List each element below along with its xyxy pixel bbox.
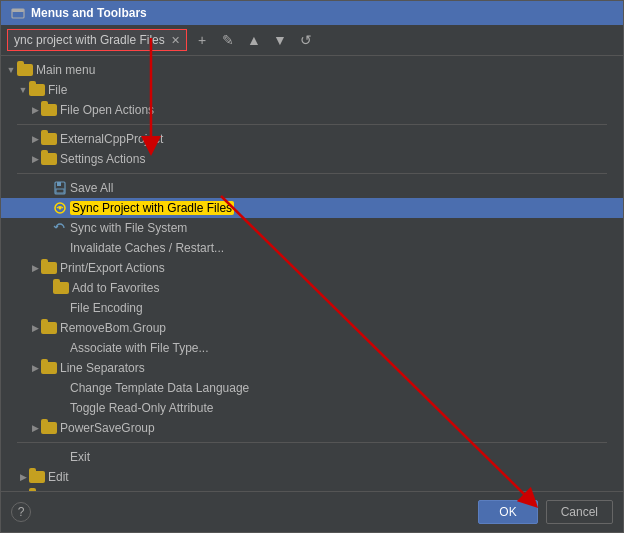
footer: ? OK Cancel: [1, 491, 623, 532]
tree-item-assoc-file-type[interactable]: Associate with File Type...: [1, 338, 623, 358]
folder-icon-file: [29, 84, 45, 96]
label-removebom: RemoveBom.Group: [60, 321, 166, 335]
label-change-template: Change Template Data Language: [70, 381, 249, 395]
svg-rect-4: [56, 189, 64, 193]
tree-item-save-all[interactable]: Save All: [1, 178, 623, 198]
label-invalidate: Invalidate Caches / Restart...: [70, 241, 224, 255]
tree-item-invalidate[interactable]: Invalidate Caches / Restart...: [1, 238, 623, 258]
add-button[interactable]: +: [191, 29, 213, 51]
arrow-line-sep: [29, 363, 41, 373]
tree-item-change-template[interactable]: Change Template Data Language: [1, 378, 623, 398]
folder-icon-powersave: [41, 422, 57, 434]
folder-icon-print-export: [41, 262, 57, 274]
tree-item-settings-actions[interactable]: Settings Actions: [1, 149, 623, 169]
label-edit: Edit: [48, 470, 69, 484]
cancel-button[interactable]: Cancel: [546, 500, 613, 524]
footer-right: OK Cancel: [478, 500, 613, 524]
label-sync-fs: Sync with File System: [70, 221, 187, 235]
folder-icon-file-open: [41, 104, 57, 116]
tree-item-sync-gradle[interactable]: Sync Project with Gradle Files: [1, 198, 623, 218]
folder-icon-removebom: [41, 322, 57, 334]
label-toggle-readonly: Toggle Read-Only Attribute: [70, 401, 213, 415]
separator-3: [1, 438, 623, 447]
tree-item-powersave[interactable]: PowerSaveGroup: [1, 418, 623, 438]
tree-item-exit[interactable]: Exit: [1, 447, 623, 467]
arrow-edit: [17, 472, 29, 482]
tree-item-file-open-actions[interactable]: File Open Actions: [1, 100, 623, 120]
separator-1: [1, 120, 623, 129]
folder-icon-edit: [29, 471, 45, 483]
svg-point-6: [59, 207, 62, 210]
search-box[interactable]: ync project with Gradle Files ✕: [7, 29, 187, 51]
tree-item-print-export[interactable]: Print/Export Actions: [1, 258, 623, 278]
footer-left: ?: [11, 502, 31, 522]
svg-rect-1: [12, 9, 24, 12]
label-file-open-actions: File Open Actions: [60, 103, 154, 117]
tree-item-toggle-readonly[interactable]: Toggle Read-Only Attribute: [1, 398, 623, 418]
label-powersave: PowerSaveGroup: [60, 421, 155, 435]
tree-item-sync-fs[interactable]: Sync with File System: [1, 218, 623, 238]
label-main-menu: Main menu: [36, 63, 95, 77]
tree-item-external-cpp[interactable]: ExternalCppProject: [1, 129, 623, 149]
arrow-print-export: [29, 263, 41, 273]
highlighted-text: Sync Project with Gradle Files: [70, 201, 234, 215]
arrow-powersave: [29, 423, 41, 433]
label-file-encoding: File Encoding: [70, 301, 143, 315]
tree-item-main-menu[interactable]: Main menu: [1, 60, 623, 80]
gradle-icon: [53, 201, 67, 215]
move-down-button[interactable]: ▼: [269, 29, 291, 51]
edit-button[interactable]: ✎: [217, 29, 239, 51]
search-text: ync project with Gradle Files: [14, 33, 167, 47]
arrow-external-cpp: [29, 134, 41, 144]
label-settings-actions: Settings Actions: [60, 152, 145, 166]
tree-item-line-sep[interactable]: Line Separators: [1, 358, 623, 378]
dialog-title: Menus and Toolbars: [31, 6, 147, 20]
move-up-button[interactable]: ▲: [243, 29, 265, 51]
title-bar: Menus and Toolbars: [1, 1, 623, 25]
reset-button[interactable]: ↺: [295, 29, 317, 51]
label-add-favorites: Add to Favorites: [72, 281, 159, 295]
arrow-main-menu: [5, 65, 17, 75]
label-exit: Exit: [70, 450, 90, 464]
arrow-file-open: [29, 105, 41, 115]
label-save-all: Save All: [70, 181, 113, 195]
svg-rect-3: [57, 182, 61, 186]
label-sync-gradle: Sync Project with Gradle Files: [70, 201, 234, 215]
arrow-removebom: [29, 323, 41, 333]
tree-item-add-favorites[interactable]: Add to Favorites: [1, 278, 623, 298]
folder-icon-favorites: [53, 282, 69, 294]
ok-button[interactable]: OK: [478, 500, 537, 524]
folder-icon-external-cpp: [41, 133, 57, 145]
search-clear-icon[interactable]: ✕: [171, 34, 180, 47]
tree-item-file[interactable]: File: [1, 80, 623, 100]
save-icon: [53, 181, 67, 195]
tree-item-edit[interactable]: Edit: [1, 467, 623, 487]
label-external-cpp: ExternalCppProject: [60, 132, 163, 146]
arrow-settings-actions: [29, 154, 41, 164]
folder-icon-settings-actions: [41, 153, 57, 165]
tree-item-removebom[interactable]: RemoveBom.Group: [1, 318, 623, 338]
dialog-icon: [11, 6, 25, 20]
label-print-export: Print/Export Actions: [60, 261, 165, 275]
folder-icon-line-sep: [41, 362, 57, 374]
label-file: File: [48, 83, 67, 97]
tree-content: Main menu File File Open Actions Externa…: [1, 56, 623, 491]
toolbar: ync project with Gradle Files ✕ + ✎ ▲ ▼ …: [1, 25, 623, 56]
arrow-file: [17, 85, 29, 95]
separator-2: [1, 169, 623, 178]
label-line-sep: Line Separators: [60, 361, 145, 375]
sync-icon: [53, 221, 67, 235]
tree-item-file-encoding[interactable]: File Encoding: [1, 298, 623, 318]
menus-and-toolbars-dialog: Menus and Toolbars ync project with Grad…: [0, 0, 624, 533]
help-button[interactable]: ?: [11, 502, 31, 522]
folder-icon-main-menu: [17, 64, 33, 76]
label-assoc-file-type: Associate with File Type...: [70, 341, 209, 355]
